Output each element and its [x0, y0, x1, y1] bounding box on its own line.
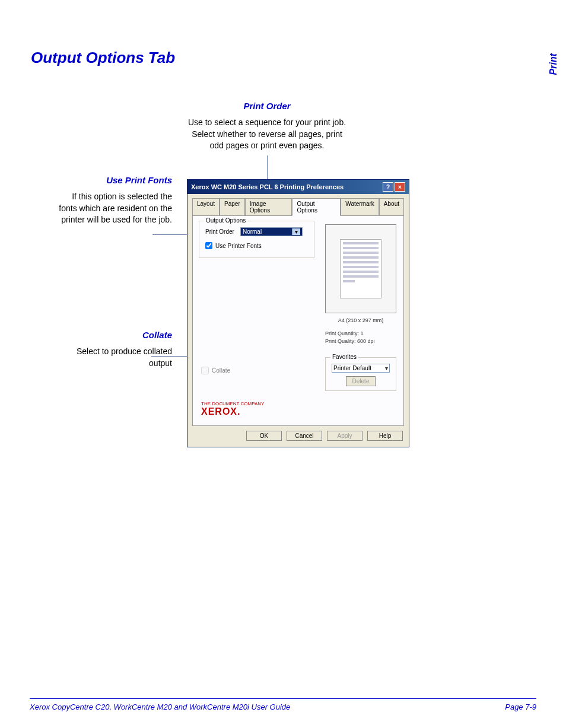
cancel-button[interactable]: Cancel [287, 431, 322, 441]
checkbox-label: Use Printer Fonts [215, 243, 262, 249]
print-order-value: Normal [243, 228, 262, 235]
brand-name: XEROX. [201, 406, 264, 417]
preview-panel: A4 (210 x 297 mm) Print Quantity: 1 Prin… [325, 224, 396, 346]
preview-info: A4 (210 x 297 mm) Print Quantity: 1 Prin… [325, 317, 396, 346]
page-footer: Xerox CopyCentre C20, WorkCentre M20 and… [30, 698, 536, 711]
fieldset-legend: Output Options [204, 217, 247, 224]
favorites-fieldset: Favorites Printer Default ▾ Delete [325, 357, 396, 391]
page-preview-icon [340, 239, 381, 298]
checkbox-input[interactable] [205, 242, 212, 249]
ok-button[interactable]: OK [246, 431, 282, 441]
callout-text: Select to produce collated output [65, 346, 172, 369]
printing-preferences-dialog: Xerox WC M20 Series PCL 6 Printing Prefe… [187, 179, 409, 447]
print-quantity-info: Print Quantity: 1 [325, 330, 396, 338]
collate-checkbox: Collate [201, 367, 230, 374]
callout-print-order: Print Order Use to select a sequence for… [184, 101, 350, 152]
callout-header: Print Order [184, 101, 350, 111]
tab-layout[interactable]: Layout [192, 198, 220, 216]
output-options-fieldset: Output Options Print Order Normal ▾ Use … [199, 221, 314, 258]
favorites-select[interactable]: Printer Default ▾ [332, 364, 390, 373]
dialog-titlebar: Xerox WC M20 Series PCL 6 Printing Prefe… [187, 180, 409, 194]
delete-button: Delete [346, 376, 376, 386]
tab-about[interactable]: About [379, 198, 404, 216]
use-printer-fonts-checkbox[interactable]: Use Printer Fonts [205, 242, 308, 249]
callout-text: Use to select a sequence for your print … [184, 117, 350, 152]
tab-image-options[interactable]: Image Options [245, 198, 292, 216]
tab-watermark[interactable]: Watermark [341, 198, 379, 216]
footer-left: Xerox CopyCentre C20, WorkCentre M20 and… [30, 702, 290, 711]
tab-body: Output Options Print Order Normal ▾ Use … [192, 215, 404, 426]
tab-output-options[interactable]: Output Options [292, 198, 341, 216]
callout-header: Collate [65, 330, 172, 340]
apply-button: Apply [327, 431, 363, 441]
callout-collate: Collate Select to produce collated outpu… [65, 330, 172, 369]
footer-right: Page 7-9 [505, 702, 536, 711]
favorites-legend: Favorites [330, 354, 358, 360]
callout-header: Use Print Fonts [53, 175, 172, 185]
chevron-down-icon: ▾ [385, 365, 388, 371]
chevron-down-icon: ▾ [292, 228, 300, 235]
paper-size-info: A4 (210 x 297 mm) [325, 317, 396, 325]
brand-tagline: THE DOCUMENT COMPANY [201, 401, 264, 406]
tabs: Layout Paper Image Options Output Option… [187, 194, 409, 215]
side-section-label: Print [548, 53, 559, 75]
callout-use-print-fonts: Use Print Fonts If this option is select… [53, 175, 172, 226]
dialog-title: Xerox WC M20 Series PCL 6 Printing Prefe… [191, 183, 344, 190]
print-order-select[interactable]: Normal ▾ [240, 227, 303, 236]
help-icon[interactable]: ? [383, 182, 393, 192]
close-icon[interactable]: × [395, 182, 405, 192]
checkbox-label: Collate [212, 367, 230, 374]
dialog-buttons: OK Cancel Apply Help [187, 431, 409, 447]
checkbox-input [201, 367, 209, 374]
brand: THE DOCUMENT COMPANY XEROX. [201, 401, 264, 417]
print-quality-info: Print Quality: 600 dpi [325, 338, 396, 346]
print-order-label: Print Order [205, 228, 234, 235]
favorites-value: Printer Default [333, 365, 371, 371]
page-title: Output Options Tab [31, 49, 175, 67]
help-button[interactable]: Help [367, 431, 403, 441]
callout-text: If this option is selected the fonts whi… [53, 191, 172, 226]
preview-box [325, 224, 396, 313]
tab-paper[interactable]: Paper [220, 198, 245, 216]
